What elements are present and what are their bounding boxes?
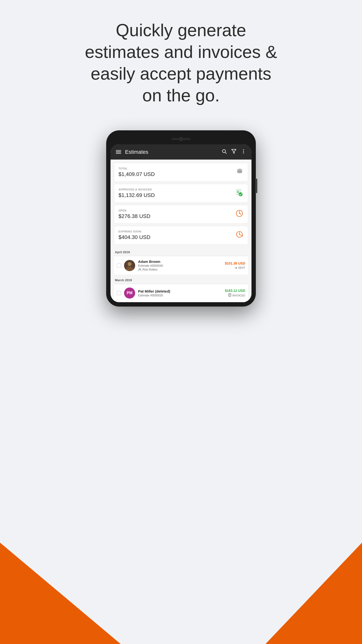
app-bar: Estimates xyxy=(110,144,252,160)
list-item-estimate-pat: Estimate #0000035 xyxy=(138,294,222,297)
svg-rect-24 xyxy=(228,294,231,296)
summary-approved-label: APPROVED & INVOICED xyxy=(118,188,155,191)
bg-shape-right xyxy=(266,499,362,644)
summary-section: TOTAL $1,409.07 USD xyxy=(110,160,252,244)
summary-total-label: TOTAL xyxy=(118,167,155,170)
app-bar-title: Estimates xyxy=(125,149,148,155)
svg-point-4 xyxy=(243,151,244,152)
svg-point-21 xyxy=(128,262,132,266)
list-item-estimate-adam: Estimate #0000040 xyxy=(138,264,222,268)
assignee-name-adam: Rick Rollins xyxy=(142,268,158,271)
summary-card-approved[interactable]: APPROVED & INVOICED $1,132.69 USD $ xyxy=(114,184,248,202)
summary-expiring-amount: $404.30 USD xyxy=(118,234,150,240)
list-item-amount-adam: $101.38 USD xyxy=(225,262,245,265)
svg-text:$: $ xyxy=(237,190,239,193)
summary-expiring-label: EXPIRING SOON xyxy=(118,230,150,233)
svg-point-10 xyxy=(237,171,242,173)
list-item-info-adam: Adam Brown Estimate #0000040 Rick Rollin… xyxy=(138,260,222,271)
filter-icon[interactable] xyxy=(231,149,236,155)
tagline-section: Quickly generate estimates and invoices … xyxy=(72,19,290,106)
app-bar-right xyxy=(222,149,246,155)
list-item-info-pat: Pat Miller (deleted) Estimate #0000035 xyxy=(138,289,222,297)
list-item-name-pat: Pat Miller (deleted) xyxy=(138,289,222,293)
summary-card-open[interactable]: OPEN $276.38 USD xyxy=(114,205,248,224)
list-group-header-march: March 2019 xyxy=(114,275,248,284)
phone-screen: Estimates xyxy=(110,144,252,302)
summary-card-open-content: OPEN $276.38 USD xyxy=(118,209,150,220)
invoiced-icon xyxy=(228,293,232,298)
list-section: April 2019 xyxy=(110,247,252,302)
list-item-amount-pat: $163.12 USD xyxy=(225,289,245,292)
status-label-pat: INVOICED xyxy=(232,294,245,297)
summary-card-expiring[interactable]: EXPIRING SOON $404.30 USD xyxy=(114,226,248,244)
phone-device: Estimates xyxy=(106,130,256,306)
svg-line-19 xyxy=(240,234,240,235)
list-item-checkbox-adam[interactable] xyxy=(117,263,121,268)
summary-approved-amount: $1,132.69 USD xyxy=(118,192,155,198)
avatar-pat-initials: PM xyxy=(127,291,132,295)
app-bar-left: Estimates xyxy=(116,149,148,155)
list-item-assignee-adam: Rick Rollins xyxy=(138,268,222,271)
summary-total-amount: $1,409.07 USD xyxy=(118,171,155,178)
sent-icon: ➜ xyxy=(234,266,237,270)
avatar-adam-img xyxy=(124,260,135,271)
more-icon[interactable] xyxy=(241,149,246,155)
summary-open-amount: $276.38 USD xyxy=(118,213,150,220)
phone-wrapper: Estimates xyxy=(106,130,256,306)
list-item-checkbox-pat[interactable] xyxy=(117,291,121,295)
summary-open-label: OPEN xyxy=(118,209,150,212)
avatar-pat: PM xyxy=(124,288,135,298)
phone-top-bar xyxy=(110,135,252,144)
invoice-check-icon: $ xyxy=(235,188,244,198)
list-item-status-adam: ➜ SENT xyxy=(225,266,245,270)
coins-icon xyxy=(235,167,244,178)
summary-card-total-content: TOTAL $1,409.07 USD xyxy=(118,167,155,178)
svg-point-3 xyxy=(243,150,244,150)
svg-point-5 xyxy=(243,152,244,154)
summary-card-approved-content: APPROVED & INVOICED $1,132.69 USD xyxy=(118,188,155,198)
summary-card-total[interactable]: TOTAL $1,409.07 USD xyxy=(114,163,248,182)
clock-expiring-icon xyxy=(235,230,244,240)
svg-line-16 xyxy=(240,214,241,214)
list-group-header-april: April 2019 xyxy=(114,247,248,256)
phone-side-button xyxy=(256,178,257,193)
svg-line-1 xyxy=(225,152,226,154)
list-item-name-adam: Adam Brown xyxy=(138,260,222,264)
svg-marker-2 xyxy=(232,150,236,154)
phone-speaker xyxy=(171,138,191,140)
search-icon[interactable] xyxy=(222,149,227,155)
summary-card-expiring-content: EXPIRING SOON $404.30 USD xyxy=(118,230,150,240)
list-item-right-adam: $101.38 USD ➜ SENT xyxy=(225,262,245,270)
status-label-adam: SENT xyxy=(238,266,245,269)
clock-open-icon xyxy=(235,209,244,219)
list-item-status-pat: INVOICED xyxy=(225,293,245,298)
tagline-text: Quickly generate estimates and invoices … xyxy=(82,19,280,106)
list-item[interactable]: Adam Brown Estimate #0000040 Rick Rollin… xyxy=(114,256,248,275)
bg-shape-left xyxy=(0,475,121,644)
avatar-adam xyxy=(124,260,135,271)
list-item-right-pat: $163.12 USD INVOICED xyxy=(225,289,245,298)
list-item-pat[interactable]: PM Pat Miller (deleted) Estimate #000003… xyxy=(114,284,248,302)
hamburger-icon[interactable] xyxy=(116,150,121,154)
